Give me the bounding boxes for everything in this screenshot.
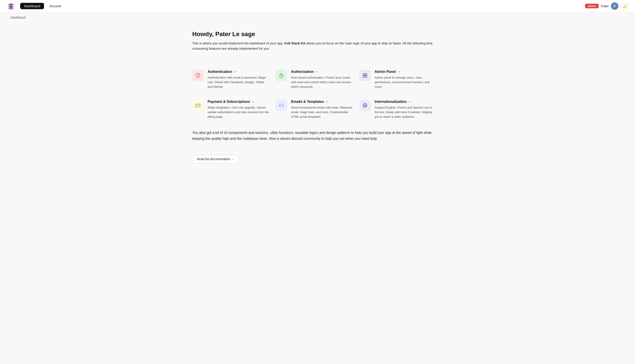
main-content: Howdy, Pater Le sage This is where you w… <box>182 20 453 176</box>
divider-bottom <box>192 148 443 149</box>
intro-bold-text: Full Stack Kit <box>284 41 305 45</box>
feature-icon-emails-templates <box>276 100 287 111</box>
account-nav-button[interactable]: Account <box>47 3 64 9</box>
feature-content-emails-templates: Emails & Templates → Send transactional … <box>291 100 353 119</box>
breadcrumb: Dashboard <box>0 12 635 20</box>
divider-top <box>192 58 443 58</box>
feature-content-authentication: Authentication → Authentication with ema… <box>208 70 269 89</box>
outro-text: You also get a lot of UI components and … <box>192 130 442 142</box>
feature-icon-authorization <box>276 70 287 81</box>
feature-item-admin-panel: Admin Panel → Admin panel to manage user… <box>359 64 443 94</box>
feature-icon-payment-subscriptions <box>192 100 204 111</box>
svg-rect-8 <box>196 104 200 107</box>
feature-desc-payment-subscriptions: Stripe integration. User can upgrade, ca… <box>208 106 269 119</box>
feature-title-authorization[interactable]: Authorization → <box>291 70 353 74</box>
feature-title-admin-panel[interactable]: Admin Panel → <box>375 70 437 74</box>
navbar: Dashboard Account admin Pater P 🌙 <box>0 0 635 12</box>
dashboard-nav-button[interactable]: Dashboard <box>20 3 44 9</box>
svg-rect-6 <box>363 76 365 78</box>
feature-title-emails-templates[interactable]: Emails & Templates → <box>291 100 353 104</box>
feature-content-internationalization: Internationalization → Support English, … <box>375 100 437 119</box>
feature-desc-internationalization: Support English, French and Spanish out … <box>375 106 437 119</box>
feature-title-internationalization[interactable]: Internationalization → <box>375 100 437 104</box>
svg-rect-3 <box>280 75 283 78</box>
svg-rect-4 <box>363 74 365 75</box>
svg-marker-2 <box>8 7 14 10</box>
nav-username: Pater <box>601 4 609 8</box>
feature-content-admin-panel: Admin Panel → Admin panel to manage user… <box>375 70 437 89</box>
features-grid: Authentication → Authentication with ema… <box>192 64 443 124</box>
feature-item-internationalization: Internationalization → Support English, … <box>359 94 443 124</box>
feature-content-authorization: Authorization → Role based authorization… <box>291 70 353 89</box>
feature-item-emails-templates: Emails & Templates → Send transactional … <box>276 94 359 124</box>
theme-toggle-button[interactable]: 🌙 <box>620 2 628 10</box>
feature-item-authorization: Authorization → Role based authorization… <box>276 64 359 94</box>
feature-icon-admin-panel <box>359 70 371 81</box>
feature-icon-internationalization <box>359 100 371 111</box>
read-documentation-button[interactable]: Read the documentation → <box>192 155 239 163</box>
feature-desc-authentication: Authentication with email & password, Ma… <box>208 76 269 89</box>
admin-badge: admin <box>585 4 599 8</box>
feature-item-payment-subscriptions: Payment & Subscriptions → Stripe integra… <box>192 94 276 124</box>
logo <box>7 2 15 10</box>
avatar[interactable]: P <box>611 2 618 10</box>
feature-desc-admin-panel: Admin panel to manage users, roles, perm… <box>375 76 437 89</box>
nav-right: admin Pater P 🌙 <box>585 2 628 10</box>
feature-title-payment-subscriptions[interactable]: Payment & Subscriptions → <box>208 100 269 104</box>
svg-rect-7 <box>365 76 367 78</box>
feature-item-authentication: Authentication → Authentication with ema… <box>192 64 276 94</box>
intro-text: This is where you would implement the da… <box>192 41 442 51</box>
feature-desc-emails-templates: Send transactional emails with ease. Wel… <box>291 106 353 119</box>
feature-content-payment-subscriptions: Payment & Subscriptions → Stripe integra… <box>208 100 269 119</box>
feature-desc-authorization: Role based authorization. Protect your r… <box>291 76 353 89</box>
greeting-heading: Howdy, Pater Le sage <box>192 30 443 38</box>
intro-text-before: This is where you would implement the da… <box>192 41 284 45</box>
feature-title-authentication[interactable]: Authentication → <box>208 70 269 74</box>
svg-rect-5 <box>365 74 367 75</box>
feature-icon-authentication <box>192 70 204 81</box>
